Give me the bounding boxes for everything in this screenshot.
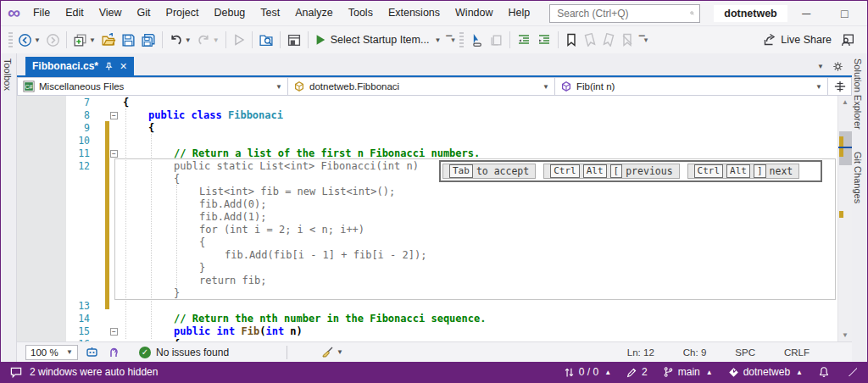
toolbar-overflow-icon[interactable]: ▔▾ [446,36,453,44]
status-message[interactable]: 2 windows were auto hidden [4,366,158,379]
tab-settings-gear-icon[interactable] [832,61,843,72]
redo-button[interactable]: ▼ [194,30,222,50]
repository-button[interactable]: dotnetweb ▲ [728,366,803,378]
attach-to-process-button[interactable] [466,30,487,50]
code-line-ghost[interactable]: fib.Add(0); [17,198,852,211]
code-line[interactable]: 9{ [17,122,852,135]
split-editor-button[interactable] [828,77,852,96]
code-text: { [199,236,205,249]
document-health-indicator[interactable]: ✓ No issues found [139,347,229,358]
menu-item-edit[interactable]: Edit [58,1,92,25]
code-editor[interactable]: 7{8public class Fibbonaci9{1011// Return… [17,96,852,341]
suggestion-action-to-accept[interactable]: Tabto accept [442,164,536,179]
code-line-ghost[interactable]: return fib; [17,275,852,287]
solution-explorer-button[interactable] [284,30,304,50]
navigate-forward-button[interactable] [43,30,63,50]
menu-item-test[interactable]: Test [253,1,287,25]
code-line[interactable]: 13 [17,300,852,313]
menu-item-window[interactable]: Window [448,1,500,25]
indent-button[interactable] [534,30,554,50]
find-in-files-button[interactable] [256,30,276,50]
menu-item-debug[interactable]: Debug [206,1,253,25]
search-input[interactable] [555,7,690,20]
search-box[interactable] [549,4,700,23]
tab-close-icon[interactable]: ✕ [120,61,127,72]
code-line-ghost[interactable]: { [17,236,852,249]
new-project-button[interactable]: ▼ [70,30,98,50]
live-share-button[interactable]: Live Share [762,33,832,47]
menu-item-project[interactable]: Project [159,1,207,25]
solution-explorer-tab[interactable]: Solution Explorer [851,53,865,135]
toolbar-overflow-icon-2[interactable]: ▔▾ [639,36,647,44]
line-indicator[interactable]: Ln: 12 [627,347,654,358]
code-line-ghost[interactable]: fib.Add(1); [17,211,852,224]
code-line-ghost[interactable]: fib.Add(fib[i - 1] + fib[i - 2]); [17,249,852,262]
menu-item-git[interactable]: Git [130,1,159,25]
menu-item-help[interactable]: Help [501,1,538,25]
menu-item-extensions[interactable]: Extensions [381,1,448,25]
copilot-status-icon[interactable] [85,346,99,359]
suggestion-action-previous[interactable]: CtrlAlt[previous [543,164,679,179]
toolbox-tab[interactable]: Toolbox [1,53,14,96]
visual-studio-window: ∞ FileEditViewGitProjectDebugTestAnalyze… [0,0,868,383]
toolbar-grip[interactable] [8,32,13,47]
fold-collapse-icon[interactable] [110,150,118,158]
git-changes-tab[interactable]: Git Changes [851,147,865,208]
spaces-indicator[interactable]: SPC [735,347,755,358]
code-line[interactable]: 8public class Fibbonaci [17,109,852,122]
minimize-button[interactable]: ─ [787,1,826,25]
code-line[interactable]: 15public int Fib(int n) [17,325,852,338]
code-line-ghost[interactable]: List<int> fib = new List<int>(); [17,186,852,198]
code-line-ghost[interactable]: } [17,287,852,300]
pin-icon[interactable] [104,62,114,71]
type-dropdown[interactable]: dotnetweb.Fibbonaci ▼ [288,77,555,96]
tab-list-dropdown-icon[interactable]: ▼ [817,63,824,70]
menu-item-analyze[interactable]: Analyze [287,1,340,25]
fold-collapse-icon[interactable] [110,112,118,119]
code-line[interactable]: 11// Return a list of the first n Fibona… [17,147,852,160]
code-line-ghost[interactable]: for (int i = 2; i < n; i++) [17,224,852,236]
branch-button[interactable]: main ▲ [663,366,713,378]
menu-item-file[interactable]: File [25,1,58,25]
save-all-button[interactable] [138,30,159,50]
menu-item-view[interactable]: View [92,1,130,25]
suggestion-action-next[interactable]: CtrlAlt]next [687,164,800,179]
vertical-scrollbar[interactable]: ▲ ▼ [837,96,852,341]
close-button[interactable]: ✕ [864,1,868,25]
intellicode-status-icon[interactable] [106,346,120,359]
save-button[interactable] [119,30,138,50]
start-without-debugging-button[interactable] [230,30,248,50]
navigate-back-button[interactable]: ▼ [15,30,43,50]
toolbar-grip-2[interactable] [459,32,464,47]
pending-changes-button[interactable]: 2 [626,366,648,378]
unindent-button[interactable] [514,30,534,50]
menu-item-tools[interactable]: Tools [341,1,381,25]
maximize-button[interactable]: □ [826,1,864,25]
sync-commits-button[interactable]: 0 / 0 ▲ [564,366,611,378]
file-tab[interactable]: Fibbonaci.cs* ✕ [25,57,134,75]
fold-collapse-icon[interactable] [110,328,118,336]
code-line[interactable]: 10 [17,135,852,147]
previous-bookmark-button[interactable] [581,30,599,50]
line-ending-indicator[interactable]: CRLF [784,347,810,358]
code-line[interactable]: 14// Return the nth number in the Fibona… [17,313,852,325]
scroll-up-icon[interactable]: ▲ [838,98,852,106]
undo-button[interactable]: ▼ [166,30,194,50]
code-line-ghost[interactable]: } [17,262,852,275]
run-button[interactable]: Select Startup Item... ▼ [312,30,444,50]
feedback-icon[interactable] [840,33,855,47]
scroll-down-icon[interactable]: ▼ [838,331,852,339]
column-indicator[interactable]: Ch: 9 [683,347,707,358]
open-file-button[interactable] [98,30,119,50]
find-symbol-button[interactable] [487,30,506,50]
code-cleanup-button[interactable]: ▼ [318,342,346,363]
code-line[interactable]: 7{ [17,97,852,109]
clear-bookmarks-button[interactable] [618,30,637,50]
notifications-bell-icon[interactable] [818,366,830,378]
toggle-bookmark-button[interactable] [562,30,581,50]
resize-grip[interactable] [849,368,857,376]
project-dropdown[interactable]: C# Miscellaneous Files ▼ [17,77,288,96]
member-dropdown[interactable]: Fib(int n) ▼ [555,77,828,96]
next-bookmark-button[interactable] [599,30,618,50]
zoom-select[interactable]: 100 % ▼ [25,345,78,360]
